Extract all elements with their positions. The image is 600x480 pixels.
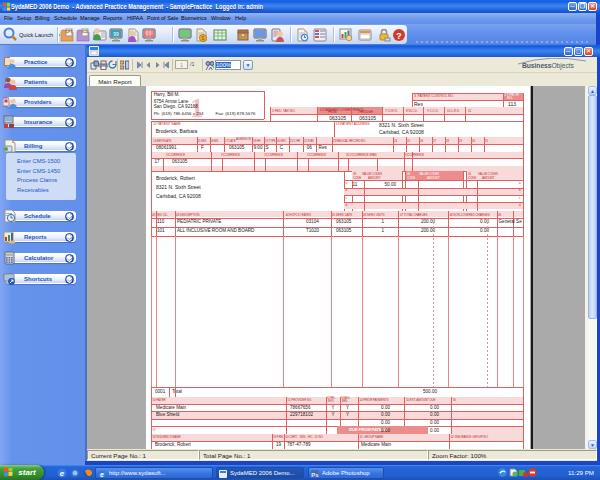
- svg-text:Ps: Ps: [311, 471, 319, 477]
- svg-text:e: e: [60, 469, 65, 478]
- svg-text:99: 99: [113, 31, 119, 37]
- svg-text:ICD: ICD: [82, 30, 89, 34]
- svg-text:?: ?: [396, 30, 402, 41]
- svg-text:CPT: CPT: [65, 30, 73, 34]
- svg-text:e: e: [100, 470, 104, 477]
- svg-text:$: $: [202, 35, 205, 41]
